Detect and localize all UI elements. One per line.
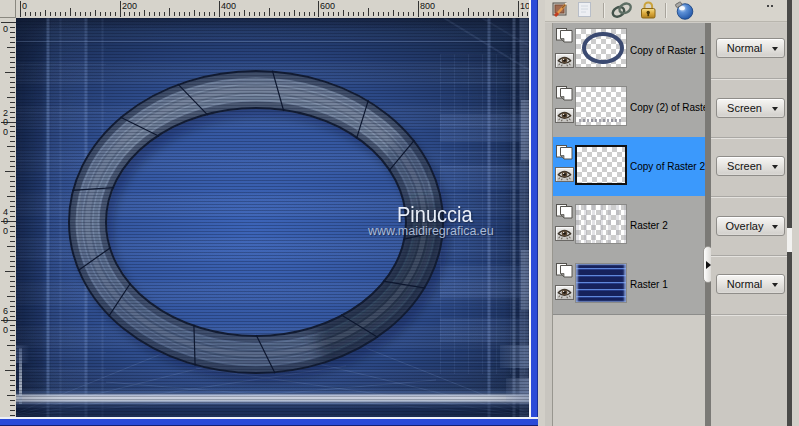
svg-text:800: 800 (420, 1, 435, 11)
svg-text:600: 600 (320, 1, 335, 11)
svg-text:0: 0 (3, 325, 8, 335)
svg-text:0: 0 (3, 315, 8, 325)
svg-text:0: 0 (3, 24, 8, 34)
svg-text:0: 0 (22, 1, 27, 11)
svg-text:200: 200 (122, 1, 137, 11)
svg-text:0: 0 (3, 117, 8, 127)
svg-text:400: 400 (221, 1, 236, 11)
svg-text:0: 0 (3, 127, 8, 137)
svg-text:1000: 1000 (520, 1, 529, 11)
svg-text:0: 0 (3, 226, 8, 236)
svg-text:0: 0 (3, 216, 8, 226)
